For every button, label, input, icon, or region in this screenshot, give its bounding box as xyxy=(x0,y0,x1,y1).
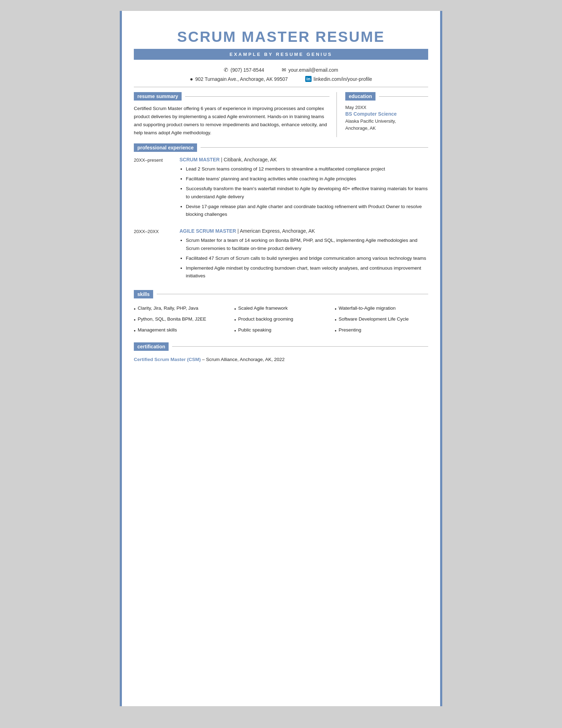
address-contact: ● 902 Turnagain Ave., Anchorage, AK 9950… xyxy=(190,76,288,82)
exp-company-1: Citibank, Anchorage, AK xyxy=(224,157,277,162)
experience-header-line xyxy=(201,147,428,148)
experience-badge: professional experience xyxy=(134,143,197,152)
exp-details-1: SCRUM MASTER | Citibank, Anchorage, AK L… xyxy=(179,157,428,221)
skills-header-line xyxy=(157,294,428,294)
education-column: education May 20XX BS Computer Science A… xyxy=(337,92,428,137)
bullet-1-1: Lead 2 Scrum teams consisting of 12 memb… xyxy=(186,165,428,173)
bullet-1-4: Devise 17-page release plan and Agile ch… xyxy=(186,203,428,219)
linkedin-url: linkedin.com/in/your-profile xyxy=(314,76,372,82)
skill-item-8: • Software Development Life Cycle xyxy=(335,314,428,325)
skill-text-7: Waterfall-to-Agile migration xyxy=(339,305,396,312)
edu-date: May 20XX xyxy=(345,105,428,110)
exp-title-2: AGILE SCRUM MASTER xyxy=(179,228,236,234)
skills-badge: skills xyxy=(134,290,153,298)
exp-bullets-1: Lead 2 Scrum teams consisting of 12 memb… xyxy=(179,165,428,219)
summary-header: resume summary xyxy=(134,92,329,101)
skill-text-8: Software Development Life Cycle xyxy=(339,316,409,323)
left-accent-border xyxy=(120,11,122,706)
skills-col1: • Clarity, Jira, Rally, PHP, Java • Pyth… xyxy=(134,303,227,336)
skill-text-1: Clarity, Jira, Rally, PHP, Java xyxy=(138,305,198,312)
skill-bullet-3: • xyxy=(134,327,136,335)
exp-title-1: SCRUM MASTER xyxy=(179,157,220,162)
exp-separator-2: | xyxy=(237,228,240,234)
email-icon: ✉ xyxy=(282,67,286,73)
certification-header-line xyxy=(172,346,428,347)
cert-highlight: Certified Scrum Master (CSM) xyxy=(134,357,201,362)
skill-item-3: • Management skills xyxy=(134,325,227,336)
contact-row-2: ● 902 Turnagain Ave., Anchorage, AK 9950… xyxy=(134,76,428,82)
skill-bullet-6: • xyxy=(234,327,236,335)
education-header: education xyxy=(345,92,428,101)
skill-bullet-8: • xyxy=(335,316,336,324)
skill-bullet-1: • xyxy=(134,305,136,313)
bullet-2-2: Facilitated 47 Scrum of Scrum calls to b… xyxy=(186,255,428,262)
exp-title-line-2: AGILE SCRUM MASTER | American Express, A… xyxy=(179,228,428,234)
bullet-1-2: Facilitate teams' planning and tracking … xyxy=(186,175,428,183)
resume-title: SCRUM MASTER RESUME xyxy=(134,21,428,45)
experience-entry-2: 20XX–20XX AGILE SCRUM MASTER | American … xyxy=(134,228,428,282)
experience-section-header: professional experience xyxy=(134,143,428,152)
email-address: your.email@email.com xyxy=(288,67,338,73)
skill-text-5: Product backlog grooming xyxy=(238,316,293,323)
summary-education-section: resume summary Certified Scrum Master of… xyxy=(134,92,428,137)
address-text: 902 Turnagain Ave., Anchorage, AK 99507 xyxy=(195,76,288,82)
bullet-1-3: Successfully transform the team's waterf… xyxy=(186,185,428,201)
contact-row-1: ✆ (907) 157-8544 ✉ your.email@email.com xyxy=(134,67,428,73)
summary-text: Certified Scrum Master offering 6 years … xyxy=(134,105,329,137)
skill-bullet-7: • xyxy=(335,305,336,313)
skill-item-6: • Public speaking xyxy=(234,325,328,336)
linkedin-icon: in xyxy=(305,76,312,82)
exp-date-2: 20XX–20XX xyxy=(134,228,179,282)
bullet-2-3: Implemented Agile mindset by conducting … xyxy=(186,264,428,280)
skill-item-4: • Scaled Agile framework xyxy=(234,303,328,314)
skill-item-7: • Waterfall-to-Agile migration xyxy=(335,303,428,314)
education-header-line xyxy=(379,96,428,97)
skill-bullet-5: • xyxy=(234,316,236,324)
experience-entry-1: 20XX–present SCRUM MASTER | Citibank, An… xyxy=(134,157,428,221)
exp-title-line-1: SCRUM MASTER | Citibank, Anchorage, AK xyxy=(179,157,428,162)
location-icon: ● xyxy=(190,76,193,82)
phone-contact: ✆ (907) 157-8544 xyxy=(224,67,264,73)
skills-section-header: skills xyxy=(134,290,428,298)
skill-bullet-9: • xyxy=(335,327,336,335)
phone-icon: ✆ xyxy=(224,67,228,73)
skill-item-5: • Product backlog grooming xyxy=(234,314,328,325)
skill-text-3: Management skills xyxy=(138,327,177,334)
skill-bullet-4: • xyxy=(234,305,236,313)
skill-text-9: Presenting xyxy=(339,327,361,334)
linkedin-contact: in linkedin.com/in/your-profile xyxy=(305,76,372,82)
summary-header-line xyxy=(185,96,329,97)
exp-date-1: 20XX–present xyxy=(134,157,179,221)
email-contact: ✉ your.email@email.com xyxy=(282,67,338,73)
exp-company-2: American Express, Anchorage, AK xyxy=(240,228,315,234)
edu-degree: BS Computer Science xyxy=(345,111,428,117)
certification-section-header: certification xyxy=(134,342,428,351)
bullet-2-1: Scrum Master for a team of 14 working on… xyxy=(186,237,428,252)
skill-text-2: Python, SQL, Bonita BPM, J2EE xyxy=(138,316,206,323)
summary-column: resume summary Certified Scrum Master of… xyxy=(134,92,337,137)
skill-item-1: • Clarity, Jira, Rally, PHP, Java xyxy=(134,303,227,314)
skill-item-9: • Presenting xyxy=(335,325,428,336)
skill-item-2: • Python, SQL, Bonita BPM, J2EE xyxy=(134,314,227,325)
exp-bullets-2: Scrum Master for a team of 14 working on… xyxy=(179,237,428,280)
skill-text-4: Scaled Agile framework xyxy=(238,305,288,312)
certification-badge: certification xyxy=(134,342,169,351)
skills-grid: • Clarity, Jira, Rally, PHP, Java • Pyth… xyxy=(134,303,428,336)
skills-col3: • Waterfall-to-Agile migration • Softwar… xyxy=(335,303,428,336)
education-badge: education xyxy=(345,92,375,101)
skill-bullet-2: • xyxy=(134,316,136,324)
contact-divider xyxy=(134,87,428,87)
phone-number: (907) 157-8544 xyxy=(230,67,264,73)
skill-text-6: Public speaking xyxy=(238,327,272,334)
cert-rest: – Scrum Alliance, Anchorage, AK, 2022 xyxy=(202,357,285,362)
edu-school: Alaska Pacific University, Anchorage, AK xyxy=(345,118,428,131)
subtitle-bar: EXAMPLE BY RESUME GENIUS xyxy=(134,49,428,60)
right-accent-border xyxy=(440,11,442,706)
certification-text: Certified Scrum Master (CSM) – Scrum All… xyxy=(134,356,428,364)
summary-badge: resume summary xyxy=(134,92,182,101)
exp-separator-1: | xyxy=(221,157,224,162)
skills-col2: • Scaled Agile framework • Product backl… xyxy=(234,303,328,336)
exp-details-2: AGILE SCRUM MASTER | American Express, A… xyxy=(179,228,428,282)
resume-page: SCRUM MASTER RESUME EXAMPLE BY RESUME GE… xyxy=(119,11,443,707)
